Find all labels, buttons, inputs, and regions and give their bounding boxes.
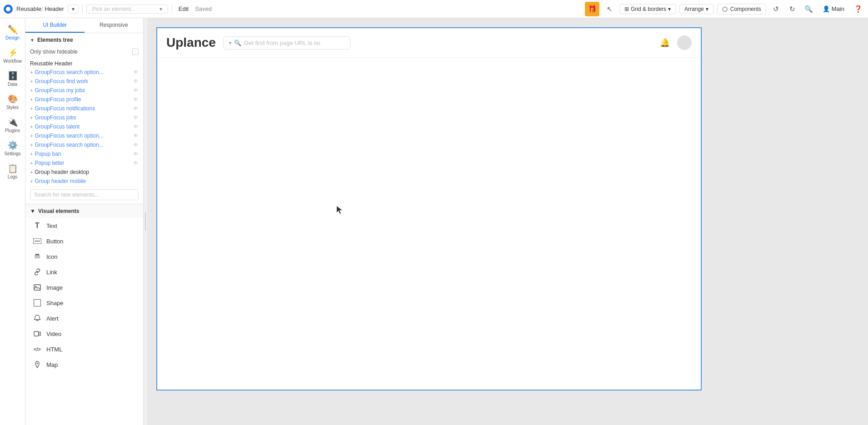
sidebar-item-workflow[interactable]: ⚡ Workflow xyxy=(2,45,24,66)
main-button[interactable]: 👤 Main xyxy=(819,5,848,12)
elements-tree-header[interactable]: ▼ Elements tree xyxy=(25,33,143,47)
tree-item-groupfocus-search-1[interactable]: + GroupFocus search option... 👁 xyxy=(25,68,143,77)
eye-icon[interactable]: 👁 xyxy=(133,133,139,139)
sidebar-item-styles[interactable]: 🎨 Styles xyxy=(2,91,24,113)
tree-item-label: GroupFocus profile xyxy=(35,96,81,103)
sidebar-item-plugins[interactable]: 🔌 Plugins xyxy=(2,114,24,136)
visual-item-icon[interactable]: Icon xyxy=(25,249,143,264)
panel-resize-handle[interactable] xyxy=(144,18,147,425)
components-label: Components xyxy=(730,6,761,12)
main-layout: ✏️ Design ⚡ Workflow 🗄️ Data 🎨 Styles 🔌 … xyxy=(0,18,868,425)
tree-item-label: Popup letter xyxy=(35,160,64,166)
app-name: Reusable: Header xyxy=(16,5,64,12)
gift-button[interactable]: 🎁 xyxy=(585,2,599,16)
eye-icon[interactable]: 👁 xyxy=(133,114,139,121)
link-element-label: Link xyxy=(46,269,57,276)
data-icon: 🗄️ xyxy=(8,71,18,81)
visual-item-html[interactable]: </> HTML xyxy=(25,341,143,357)
eye-icon[interactable]: 👁 xyxy=(133,124,139,130)
sidebar-item-settings[interactable]: ⚙️ Settings xyxy=(2,138,24,159)
search-button[interactable]: 🔍 xyxy=(803,3,815,15)
logs-icon: 📋 xyxy=(8,163,18,173)
eye-icon[interactable]: 👁 xyxy=(133,160,139,166)
edit-label[interactable]: Edit xyxy=(176,5,191,12)
html-element-label: HTML xyxy=(46,346,62,353)
text-element-label: Text xyxy=(46,222,57,229)
tree-item-group-header-desktop[interactable]: + Group header desktop xyxy=(25,168,143,177)
canvas-frame: Uplance ▾ 🔍 Get find from page URL is no… xyxy=(156,27,702,390)
arrange-dropdown[interactable]: Arrange ▾ xyxy=(679,4,713,14)
tree-item-groupfocus-notifications[interactable]: + GroupFocus notifications 👁 xyxy=(25,104,143,113)
hideable-checkbox[interactable] xyxy=(132,49,139,55)
html-element-icon: </> xyxy=(33,345,42,354)
visual-item-text[interactable]: T Text xyxy=(25,218,143,233)
eye-icon[interactable]: 👁 xyxy=(133,151,139,157)
sidebar-item-design[interactable]: ✏️ Design xyxy=(2,22,24,43)
map-element-label: Map xyxy=(46,361,58,368)
tree-item-prefix: + xyxy=(30,106,33,111)
sidebar-item-logs[interactable]: 📋 Logs xyxy=(2,161,24,182)
styles-icon: 🎨 xyxy=(8,94,18,104)
visual-elements-arrow: ▼ xyxy=(30,208,35,214)
tree-item-popup-ban[interactable]: + Popup ban 👁 xyxy=(25,149,143,158)
redo-button[interactable]: ↻ xyxy=(786,3,799,15)
saved-label: Saved xyxy=(195,5,212,12)
workflow-label: Workflow xyxy=(3,59,22,64)
tree-item-groupfocus-profile[interactable]: + GroupFocus profile 👁 xyxy=(25,95,143,104)
tree-item-label: Group header mobile xyxy=(35,178,86,184)
visual-item-alert[interactable]: Alert xyxy=(25,311,143,326)
tab-responsive[interactable]: Responsive xyxy=(85,18,144,33)
tree-item-groupfocus-jobs[interactable]: + GroupFocus jobs 👁 xyxy=(25,113,143,122)
sidebar-item-data[interactable]: 🗄️ Data xyxy=(2,68,24,89)
tree-item-groupfocus-search-2[interactable]: + GroupFocus search option... 👁 xyxy=(25,131,143,140)
hideable-label: Only show hideable xyxy=(30,49,78,55)
pick-label: Pick an element... xyxy=(92,6,135,12)
eye-icon[interactable]: 👁 xyxy=(133,105,139,112)
search-new-input[interactable] xyxy=(30,189,139,200)
visual-item-map[interactable]: Map xyxy=(25,357,143,372)
eye-icon[interactable]: 👁 xyxy=(133,96,139,103)
components-icon: ⬡ xyxy=(722,5,728,13)
visual-item-shape[interactable]: Shape xyxy=(25,295,143,311)
tree-item-groupfocus-search-3[interactable]: + GroupFocus search option... 👁 xyxy=(25,140,143,149)
visual-item-link[interactable]: Link xyxy=(25,264,143,280)
tree-item-label: GroupFocus talent xyxy=(35,124,80,130)
visual-item-button[interactable]: Button xyxy=(25,233,143,249)
undo-icon: ↺ xyxy=(773,5,779,13)
eye-icon[interactable]: 👁 xyxy=(133,142,139,148)
tree-item-prefix: + xyxy=(30,133,33,138)
hideable-row: Only show hideable xyxy=(25,47,143,59)
elements-tree-label: Elements tree xyxy=(37,37,73,43)
tree-item-label: GroupFocus jobs xyxy=(35,114,76,121)
canvas-area[interactable]: Uplance ▾ 🔍 Get find from page URL is no… xyxy=(147,18,868,425)
tree-item-groupfocus-myjobs[interactable]: + GroupFocus my jobs 👁 xyxy=(25,86,143,95)
tree-item-prefix: + xyxy=(30,69,33,75)
components-button[interactable]: ⬡ Components xyxy=(717,4,766,15)
tree-item-groupfocus-talent[interactable]: + GroupFocus talent 👁 xyxy=(25,122,143,131)
help-button[interactable]: ❓ xyxy=(852,3,864,15)
panel: UI Builder Responsive ▼ Elements tree On… xyxy=(25,18,144,425)
tab-ui-builder[interactable]: UI Builder xyxy=(25,18,85,33)
eye-icon[interactable]: 👁 xyxy=(133,78,139,84)
tree-item-prefix: + xyxy=(30,115,33,120)
pick-arrow: ▾ xyxy=(160,6,162,12)
visual-elements-header[interactable]: ▼ Visual elements xyxy=(25,204,143,218)
tree-item-popup-letter[interactable]: + Popup letter 👁 xyxy=(25,158,143,168)
eye-icon[interactable]: 👁 xyxy=(133,69,139,75)
app-dropdown[interactable]: ▾ xyxy=(68,5,79,14)
visual-item-image[interactable]: Image xyxy=(25,280,143,295)
grid-borders-dropdown[interactable]: ⊞ Grid & borders ▾ xyxy=(619,4,676,14)
tree-item-groupfocus-find[interactable]: + GroupFocus find work 👁 xyxy=(25,77,143,86)
topbar-divider-2 xyxy=(172,5,172,14)
grid-borders-label: Grid & borders xyxy=(631,6,666,12)
element-picker[interactable]: Pick an element... ▾ xyxy=(86,5,168,14)
tree-item-group-header-mobile[interactable]: + Group header mobile xyxy=(25,177,143,186)
search-new-elements xyxy=(25,186,143,204)
visual-item-video[interactable]: Video xyxy=(25,326,143,341)
cursor-tool[interactable]: ↖ xyxy=(603,3,616,15)
icon-element-label: Icon xyxy=(46,253,58,260)
plugins-label: Plugins xyxy=(5,128,20,133)
cursor-indicator xyxy=(337,201,342,206)
eye-icon[interactable]: 👁 xyxy=(133,87,139,94)
undo-button[interactable]: ↺ xyxy=(770,3,783,15)
